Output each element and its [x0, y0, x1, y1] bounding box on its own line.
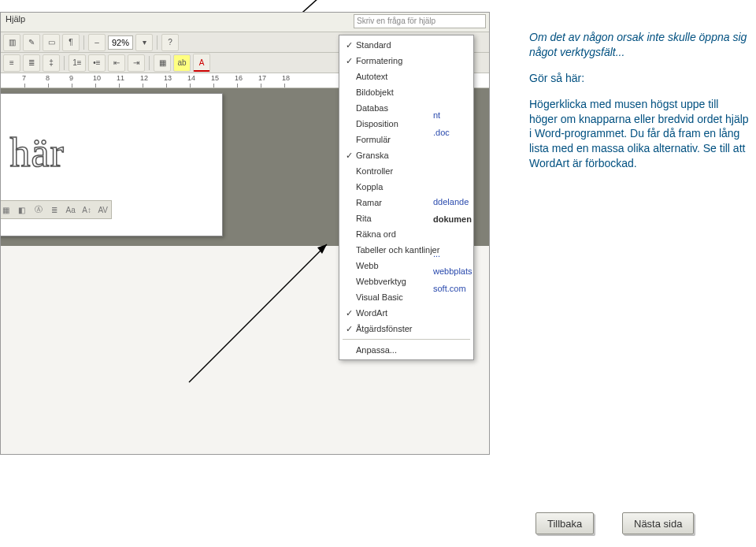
pointer-arrow-bottom: [185, 236, 335, 386]
help-icon[interactable]: ?: [161, 34, 179, 51]
columns-icon[interactable]: ▥: [3, 34, 20, 51]
decrease-indent-icon[interactable]: ⇤: [108, 54, 125, 72]
zoom-dropdown-icon[interactable]: ▾: [135, 34, 153, 51]
menu-item[interactable]: Autotext: [339, 69, 473, 84]
align-justify-icon[interactable]: ≣: [23, 54, 40, 72]
bulleted-list-icon[interactable]: •≡: [88, 54, 106, 72]
border-icon[interactable]: ▦: [154, 54, 171, 72]
drawing-icon[interactable]: ✎: [23, 34, 40, 51]
line-spacing-icon[interactable]: ‡: [43, 54, 60, 72]
wordart-sample-text: ext här: [0, 129, 65, 176]
zoom-out-icon[interactable]: –: [88, 34, 106, 51]
show-marks-icon[interactable]: ¶: [62, 34, 80, 51]
instruction-p3: Högerklicka med musen högst uppe till hö…: [529, 97, 750, 171]
wordart-wrap-icon[interactable]: ≣: [47, 202, 62, 218]
instruction-text: Om det av någon orsak inte skulle öppna …: [529, 30, 750, 182]
instruction-p2: Gör så här:: [529, 71, 750, 86]
menu-item-customize[interactable]: Anpassa...: [339, 342, 473, 358]
font-color-icon[interactable]: A: [193, 54, 210, 72]
wordart-gallery-icon[interactable]: ▦: [0, 202, 13, 218]
wordart-toolbar: A Aa ▦ ◧ Ⓐ ≣ Aa A↕ AV: [0, 200, 112, 219]
increase-indent-icon[interactable]: ⇥: [128, 54, 145, 72]
menu-separator: [343, 339, 470, 340]
wordart-shape-icon[interactable]: Ⓐ: [31, 202, 46, 218]
menu-item[interactable]: ✓Standard: [339, 37, 473, 53]
menu-help[interactable]: Hjälp: [6, 14, 25, 24]
align-left-icon[interactable]: ≡: [3, 54, 20, 72]
next-button[interactable]: Nästa sida: [622, 512, 694, 534]
menu-item[interactable]: ✓Åtgärdsfönster: [339, 321, 473, 337]
menu-item[interactable]: Bildobjekt: [339, 84, 473, 100]
wordart-same-height-icon[interactable]: Aa: [63, 202, 78, 218]
wordart-format-icon[interactable]: ◧: [15, 202, 30, 218]
svg-line-2: [189, 244, 327, 382]
menu-item-wordart[interactable]: ✓WordArt: [339, 305, 473, 321]
menu-item[interactable]: ✓Formatering: [339, 53, 473, 69]
wordart-spacing-icon[interactable]: AV: [95, 202, 110, 218]
taskpane-peek: nt .doc ddelande dokumen ... webbplats s…: [433, 106, 472, 297]
doc-map-icon[interactable]: ▭: [43, 34, 60, 51]
back-button[interactable]: Tillbaka: [536, 512, 594, 534]
instruction-p1: Om det av någon orsak inte skulle öppna …: [529, 30, 750, 60]
zoom-level[interactable]: 92%: [108, 35, 133, 50]
wordart-vertical-icon[interactable]: A↕: [80, 202, 94, 218]
page: ext här A Aa ▦ ◧ Ⓐ ≣ Aa A↕ AV: [0, 93, 223, 236]
numbered-list-icon[interactable]: 1≡: [69, 54, 86, 72]
help-search-input[interactable]: Skriv en fråga för hjälp: [354, 14, 486, 28]
highlight-icon[interactable]: ab: [173, 54, 191, 72]
